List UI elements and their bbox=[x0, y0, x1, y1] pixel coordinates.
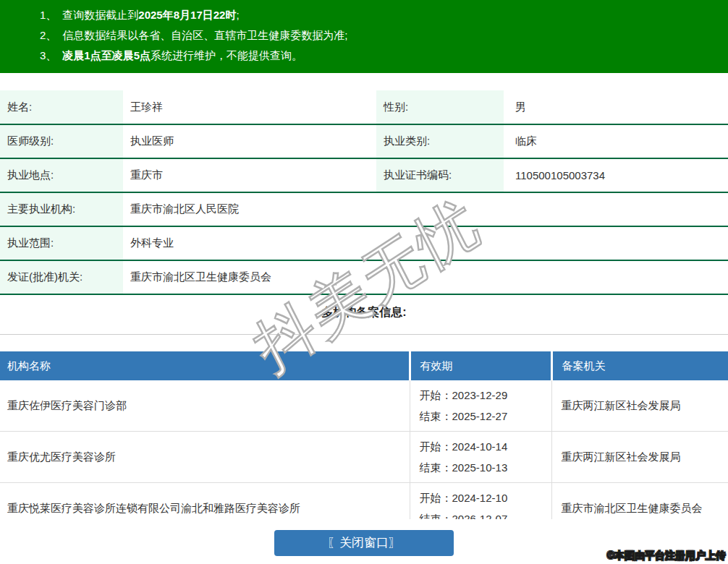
notice-text: 信息数据结果以各省、自治区、直辖市卫生健康委数据为准; bbox=[62, 29, 347, 41]
notice-text: 系统进行维护，不能提供查询。 bbox=[151, 49, 302, 61]
filings-header-row: 机构名称 有效期 备案机关 bbox=[0, 351, 728, 380]
practice-location-label: 执业地点: bbox=[0, 158, 123, 192]
table-row: 医师级别: 执业医师 执业类别: 临床 bbox=[0, 124, 728, 158]
table-row: 姓名: 王珍祥 性别: 男 bbox=[0, 90, 728, 124]
validity-start: 开始：2023-12-29 bbox=[420, 385, 544, 406]
validity-cell: 开始：2024-10-14 结束：2025-10-13 bbox=[410, 432, 551, 483]
table-row: 执业地点: 重庆市 执业证书编码: 110500105003734 bbox=[0, 158, 728, 192]
table-row: 执业范围: 外科专业 bbox=[0, 226, 728, 260]
multi-org-filing-heading: 多机构备案信息: bbox=[0, 295, 728, 335]
notice-number: 3、 bbox=[40, 49, 56, 61]
gender-value: 男 bbox=[504, 90, 728, 124]
notice-line-2: 2、信息数据结果以各省、自治区、直辖市卫生健康委数据为准; bbox=[40, 25, 714, 46]
filing-row: 重庆佐伊医疗美容门诊部 开始：2023-12-29 结束：2025-12-27 … bbox=[0, 380, 728, 432]
gender-label: 性别: bbox=[376, 90, 504, 124]
practice-scope-label: 执业范围: bbox=[0, 226, 123, 260]
notice-text: ; bbox=[236, 9, 239, 21]
issuing-authority-label: 发证(批准)机关: bbox=[0, 260, 123, 294]
col-header-validity: 有效期 bbox=[410, 351, 551, 380]
notice-text-bold: 2025年8月17日22时 bbox=[138, 9, 236, 21]
notice-line-3: 3、凌晨1点至凌晨5点系统进行维护，不能提供查询。 bbox=[40, 46, 714, 66]
col-header-institution: 机构名称 bbox=[0, 351, 410, 380]
name-value: 王珍祥 bbox=[123, 90, 376, 124]
authority-cell: 重庆两江新区社会发展局 bbox=[551, 432, 728, 483]
institution-name-cell: 重庆悦莱医疗美容诊所连锁有限公司渝北和雅路医疗美容诊所 bbox=[0, 483, 410, 520]
notice-text: 查询数据截止到 bbox=[62, 9, 138, 21]
practitioner-info-table: 姓名: 王珍祥 性别: 男 医师级别: 执业医师 执业类别: 临床 执业地点: … bbox=[0, 90, 728, 295]
validity-end: 结束：2026-12-07 bbox=[420, 508, 544, 519]
validity-end: 结束：2025-10-13 bbox=[420, 457, 544, 478]
close-window-button[interactable]: 〖关闭窗口〗 bbox=[274, 530, 454, 556]
validity-start: 开始：2024-12-10 bbox=[420, 487, 544, 508]
notice-number: 2、 bbox=[40, 29, 56, 41]
filings-table: 机构名称 有效期 备案机关 重庆佐伊医疗美容门诊部 开始：2023-12-29 … bbox=[0, 351, 728, 519]
doctor-level-value: 执业医师 bbox=[123, 124, 376, 158]
practice-category-value: 临床 bbox=[504, 124, 728, 158]
main-institution-value: 重庆市渝北区人民医院 bbox=[123, 192, 728, 226]
col-header-authority: 备案机关 bbox=[551, 351, 728, 380]
license-number-label: 执业证书编码: bbox=[376, 158, 504, 192]
notice-number: 1、 bbox=[40, 9, 56, 21]
authority-cell: 重庆市渝北区卫生健康委员会 bbox=[551, 483, 728, 520]
filings-table-clip: 机构名称 有效期 备案机关 重庆佐伊医疗美容门诊部 开始：2023-12-29 … bbox=[0, 351, 728, 519]
main-institution-label: 主要执业机构: bbox=[0, 192, 123, 226]
notice-banner: 1、查询数据截止到2025年8月17日22时; 2、信息数据结果以各省、自治区、… bbox=[0, 0, 728, 73]
authority-cell: 重庆两江新区社会发展局 bbox=[551, 380, 728, 432]
issuing-authority-value: 重庆市渝北区卫生健康委员会 bbox=[123, 260, 728, 294]
validity-start: 开始：2024-10-14 bbox=[420, 436, 544, 457]
institution-name-cell: 重庆优尤医疗美容诊所 bbox=[0, 432, 410, 483]
filing-row: 重庆优尤医疗美容诊所 开始：2024-10-14 结束：2025-10-13 重… bbox=[0, 432, 728, 483]
doctor-level-label: 医师级别: bbox=[0, 124, 123, 158]
table-row: 发证(批准)机关: 重庆市渝北区卫生健康委员会 bbox=[0, 260, 728, 294]
name-label: 姓名: bbox=[0, 90, 123, 124]
practice-scope-value: 外科专业 bbox=[123, 226, 728, 260]
notice-line-1: 1、查询数据截止到2025年8月17日22时; bbox=[40, 5, 714, 25]
institution-name-cell: 重庆佐伊医疗美容门诊部 bbox=[0, 380, 410, 432]
notice-text-bold: 凌晨1点至凌晨5点 bbox=[62, 49, 151, 61]
validity-cell: 开始：2023-12-29 结束：2025-12-27 bbox=[410, 380, 551, 432]
button-bar: 〖关闭窗口〗 bbox=[0, 530, 728, 556]
table-row: 主要执业机构: 重庆市渝北区人民医院 bbox=[0, 192, 728, 226]
filing-row: 重庆悦莱医疗美容诊所连锁有限公司渝北和雅路医疗美容诊所 开始：2024-12-1… bbox=[0, 483, 728, 520]
practice-location-value: 重庆市 bbox=[123, 158, 376, 192]
license-number-value: 110500105003734 bbox=[504, 158, 728, 192]
practice-category-label: 执业类别: bbox=[376, 124, 504, 158]
validity-end: 结束：2025-12-27 bbox=[420, 406, 544, 427]
validity-cell: 开始：2024-12-10 结束：2026-12-07 bbox=[410, 483, 551, 520]
